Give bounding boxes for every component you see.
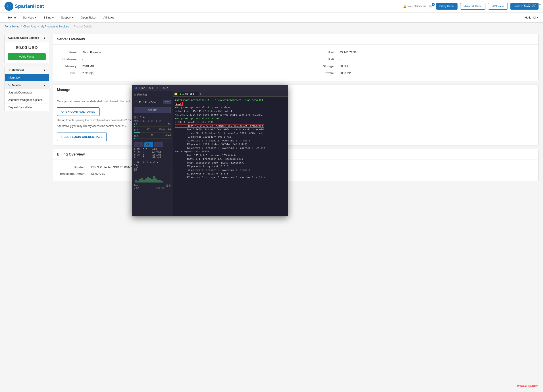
notifications[interactable]: 🔔 No Notifications	[403, 5, 426, 8]
chart-bar	[161, 181, 163, 183]
breadcrumb-portal[interactable]: Portal Home	[5, 25, 19, 28]
overview-card: ⭐ Overview ▲ Information 🔧 Actions ▲ Upg…	[5, 66, 49, 111]
minecraft-panel-button[interactable]: Minecraft Panel	[460, 3, 485, 10]
process-list: 8.9M0.7sshd9.9M0systemd9.9M0systemd00kth…	[134, 148, 171, 159]
billing-overview-body: Product: DDoS Protected SSD E5 KVM VPS -…	[53, 160, 538, 181]
blog-watermark: blog.tanglu.me	[522, 3, 541, 6]
nav-support[interactable]: Support ▾	[57, 13, 77, 23]
stats-panel: 运行 5 分 负载 0.05, 0.09, 0.04 CPU 2% 内存 17%…	[132, 115, 173, 141]
terminal-line: TX packets 7009 bytes 966514 (943.8 KiB)	[175, 143, 286, 146]
chart-bar	[139, 179, 141, 183]
chart-bar	[147, 177, 149, 183]
chart-bar	[157, 180, 159, 183]
terminal-line: RX packets 103084074 (98.3 MiB)	[175, 135, 286, 139]
credit-balance-card: Available Credit Balance ▲ $0.00 USD + A…	[5, 34, 49, 63]
sidebar-item-upgrade-downgrade[interactable]: Upgrade/Downgrade	[5, 89, 49, 96]
traffic-value: 3000 GB	[337, 70, 534, 76]
chevron-up-icon-3: ▲	[43, 84, 46, 87]
nav-affiliates[interactable]: Affiliates	[100, 13, 118, 23]
process-tab-bar: 内存 CPU 命令	[134, 142, 171, 147]
cart[interactable]: 🛒 0	[429, 4, 433, 8]
ipv4-value: 45.145.72.52	[337, 49, 534, 56]
terminal-line: RX packets 0 bytes 0 (0.0 B)	[175, 165, 286, 168]
ip-label: IP 45.145.72.52	[134, 101, 156, 104]
terminal-tab-bar: 📁 ● 1 dd-sbd ✕ +	[173, 91, 288, 97]
tab-cpu[interactable]: CPU	[144, 142, 153, 147]
terminal-output: root@short-potential:~# [ -d /sys/firmwa…	[173, 97, 288, 189]
table-row: Recurring Amount: $8.00 USD	[57, 171, 534, 177]
process-item: 9.9M0systemd	[134, 153, 171, 156]
cpu-label: CPU:	[57, 70, 80, 76]
finalshell-left-panel: 同步状态 IP 45.145.72.52 复制 系统信息 运行 5 分 负载 0…	[132, 91, 173, 189]
terminal-line: default via 45.145.72.1 dev eth0 onlink	[175, 110, 286, 113]
ip-display: IP 45.145.72.52 复制	[132, 98, 173, 106]
terminal-line: eth0: flags=4163 mtu 1500	[175, 120, 286, 124]
chart-labels: 23K	[134, 164, 171, 167]
manage-text1: Manage your server via our dedicated con…	[57, 99, 534, 103]
billing-overview-title: Billing Overview	[53, 149, 538, 160]
cart-badge: 0	[432, 3, 435, 6]
recurring-label: Recurring Amount:	[57, 171, 89, 177]
path-avail: /dev 可用/大小	[134, 186, 166, 189]
chart-bar	[143, 180, 145, 183]
table-row: Hostname: - IPv6: -	[57, 56, 534, 62]
memory-label: Memory:	[57, 63, 80, 69]
breadcrumb-client[interactable]: Client Area	[23, 25, 37, 28]
ipv4-label: IPv4:	[315, 49, 337, 56]
traffic-iface: eth0	[150, 161, 155, 164]
product-label: Product:	[57, 164, 89, 170]
tab-dd-sbd[interactable]: ● 1 dd-sbd ✕	[178, 92, 198, 96]
credit-balance-header: Available Credit Balance ▲	[5, 34, 49, 42]
open-control-panel-button[interactable]: OPEN CONTROL PANEL	[57, 107, 100, 116]
nav-open-ticket[interactable]: Open Ticket	[77, 13, 100, 23]
chart-labels-2: 15K	[134, 167, 171, 169]
copy-ip-button[interactable]: 复制	[163, 100, 171, 104]
nav-home[interactable]: Home	[5, 13, 19, 23]
notifications-label: No Notifications	[407, 5, 426, 8]
table-row: Name: Short Potential IPv4: 45.145.72.52	[57, 49, 534, 56]
tab-mem[interactable]: 内存	[134, 142, 143, 147]
hostname-label: Hostname:	[57, 56, 80, 62]
topbar: 🛡 SpartanHost 🔔 No Notifications 🛒 0 Bil…	[0, 0, 543, 13]
billing-panel-button[interactable]: Billing Panel	[436, 3, 458, 10]
add-funds-button[interactable]: + Add Funds	[8, 53, 46, 60]
tab-cmd[interactable]: 命令	[154, 142, 163, 147]
terminal-line: ether 00:f1:0e:bd:ab:5c txqueuelen 1000 …	[175, 132, 286, 135]
cpu-value: 2 Core(s)	[80, 70, 296, 76]
logo-icon: 🛡	[5, 2, 13, 11]
tab-close-icon[interactable]: ✕	[195, 93, 196, 95]
add-tab-icon[interactable]: +	[199, 92, 202, 96]
sidebar-item-information[interactable]: Information	[5, 74, 49, 81]
cpu-row: CPU 2%	[134, 123, 171, 126]
traffic-row: ↑11K ↓441B eth0 ▾	[134, 161, 171, 164]
sidebar-item-upgrade-downgrade-options[interactable]: Upgrade/Downgrade Options	[5, 96, 49, 104]
finalshell-icon: 🖥	[134, 86, 137, 90]
storage-value: 30 GB	[337, 63, 534, 69]
chevron-down-icon-2: ▾	[52, 16, 54, 19]
table-row: Product: DDoS Protected SSD E5 KVM VPS -…	[57, 164, 534, 170]
name-value: Short Potential	[80, 49, 296, 56]
terminal-line: TX errors 0 dropped 0 overruns 0 carrier…	[175, 146, 286, 150]
server-details-table: Name: Short Potential IPv4: 45.145.72.52…	[57, 49, 534, 77]
nav-user[interactable]: Hello, lu! ▾	[525, 16, 538, 19]
breadcrumb-products[interactable]: My Products & Services	[40, 25, 69, 28]
terminal-line: 45.145.72.0/24 dev eth0 proto kernel sco…	[175, 113, 286, 117]
sysinfo-button[interactable]: 系统信息	[134, 107, 171, 113]
dev-label: /dev	[134, 186, 140, 189]
cpu-bar	[134, 126, 171, 127]
chart-bar	[149, 178, 151, 183]
manage-text3: Alternatively you may directly access th…	[57, 124, 534, 128]
reset-login-credentials-button[interactable]: RESET LOGIN CREDENTIALS	[57, 133, 107, 141]
terminal-line: TX packets 0 bytes 0 (0.0 B)	[175, 172, 286, 176]
terminal-line: root@short-potential:~# ifconfig	[175, 117, 286, 121]
finalshell-window: 🖥 FinalShell 3.9.8.2 同步状态 IP 45.145.72.5…	[132, 85, 288, 189]
brand-name: SpartanHost	[15, 3, 44, 9]
swap-row: 交换 0% 0/4G	[134, 134, 171, 137]
table-row: CPU: 2 Core(s) Traffic: 3000 GB	[57, 70, 534, 76]
terminal-line: inet6 ::1 prefixlen 128 scopeid 0x10	[175, 157, 286, 161]
nav-billing[interactable]: Billing ▾	[40, 13, 58, 23]
nav-services[interactable]: Services ▾	[19, 13, 40, 23]
terminal-line: BIOS	[175, 102, 286, 106]
vps-panel-button[interactable]: VPS Panel	[488, 3, 508, 10]
sidebar-item-request-cancellation[interactable]: Request Cancellation	[5, 104, 49, 111]
